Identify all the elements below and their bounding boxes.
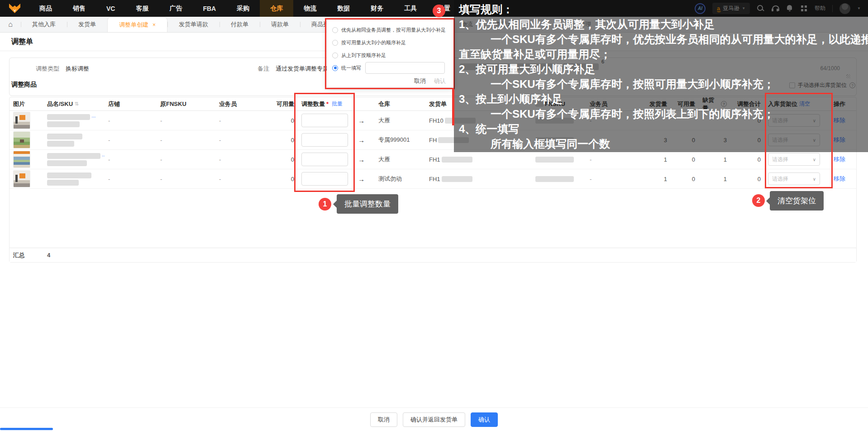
nav-item-财务[interactable]: 财务 [360,0,394,17]
image-cell [10,130,43,149]
arrow-cell: → [354,130,375,149]
horizontal-scrollbar-thumb[interactable] [0,428,53,430]
more-dots[interactable]: ⋯ [91,115,96,120]
agent2-cell-value: - [590,176,591,182]
agent2-cell: - [586,150,630,169]
nav-item-数据[interactable]: 数据 [327,0,360,17]
rule-line: 一个SKU有多个专属库存时，按照列表上到下的顺序补充； [459,106,868,121]
arrow-cell: → [354,111,375,130]
redacted-blob [47,172,91,178]
nav-item-VC[interactable]: VC [96,0,125,17]
rule-line: 2、按可用量大到小顺序补足 [459,62,868,77]
image-cell [10,150,43,169]
warehouse-cell-value: 大雁 [378,155,390,163]
agent-cell: - [215,130,270,149]
app-root: 商品销售VC客服广告FBA采购仓库物流数据财务工具设置 AI a 亚马逊 ▼ 帮… [0,0,868,431]
avail2-qty-cell: 0 [671,169,699,188]
tab-label: 付款单 [231,20,248,29]
warehouse-cell: 大雁 [375,111,425,130]
header-label: 发货单 [429,100,447,108]
warehouse-cell: 测试勿动 [375,169,425,188]
tab-付款单[interactable]: 付款单 [219,17,260,32]
redacted-blob [47,153,100,159]
sku-redacted-line [47,121,80,127]
tab-发货单请款[interactable]: 发货单请款 [167,17,219,32]
avail-qty-cell-value: 0 [291,137,294,144]
nav-item-仓库[interactable]: 仓库 [260,0,293,17]
shipment-prefix: FH1 [429,156,440,163]
redacted-blob [47,160,87,166]
rule-line: 一个SKU有多个专属库存时，按照可用量大到小顺序补充； [459,77,868,91]
orig-fnsku-cell: - [157,169,215,188]
header-label: 可用量 [277,100,294,108]
tooltip-clear-rack: 清空货架位 [770,191,824,211]
nav-item-客服[interactable]: 客服 [125,0,159,17]
warehouse-cell-value: 大雁 [378,116,390,125]
header-label: 仓库 [378,100,390,108]
shop-cell-value: - [108,176,110,182]
nav-item-工具[interactable]: 工具 [394,0,427,17]
shipment-cell: FH1 [425,169,532,188]
nav-item-采购[interactable]: 采购 [226,0,260,17]
nav-item-物流[interactable]: 物流 [293,0,327,17]
sku-cell: ⋯ [43,150,105,169]
arrow-right-icon: → [358,175,365,183]
table-row: ---0→测试勿动FH1-1010请选择∨移除 [10,169,856,189]
adjust-total-cell-value: 0 [758,176,761,182]
sort-icon[interactable]: ⇅ [75,101,79,107]
shipment-prefix: FH [429,137,437,144]
col-header-业务员: 业务员 [215,97,270,110]
rule-line: 所有输入框填写同一个数 [459,136,868,151]
agent2-cell: - [586,169,630,188]
confirm-return-button[interactable]: 确认并返回发货单 [403,412,465,427]
arrow-cell: → [354,150,375,169]
warehouse-cell: 大雁 [375,150,425,169]
shop-cell: - [105,130,157,149]
sku-redacted-line: ⋯ [47,153,105,159]
towels-photo [13,151,30,168]
agent-cell: - [215,111,270,130]
redacted-blob [442,176,472,182]
orig-fnsku-cell-value: - [160,176,162,182]
warehouse-cell: 专属999001 [375,130,425,149]
header-label: 店铺 [108,100,120,108]
agent-cell: - [215,169,270,188]
remove-link[interactable]: 移除 [834,175,845,183]
action-cell: 移除 [830,150,855,169]
nav-item-FBA[interactable]: FBA [192,0,226,17]
nav-item-商品[interactable]: 商品 [29,0,62,17]
ship-qty-cell: 1 [630,169,671,188]
tab-其他入库[interactable]: 其他入库 [21,17,67,32]
nav-item-广告[interactable]: 广告 [159,0,192,17]
rule-line: 4、统一填写 [459,121,868,136]
redacted-blob [47,134,82,139]
close-tab-icon[interactable]: × [153,22,156,28]
short-qty-cell-value: 1 [724,176,727,182]
home-icon[interactable]: ⌂ [0,17,21,32]
cancel-button[interactable]: 取消 [370,412,397,427]
table-summary-row: 汇总 4 [10,248,856,262]
adjust-type-label: 调整类型 [36,64,59,73]
tab-请款单[interactable]: 请款单 [260,17,300,32]
action-cell: 移除 [830,169,855,188]
short-qty-cell: 1 [699,150,730,169]
header-label: 原FNSKU [160,100,186,108]
col-header-店铺: 店铺 [105,97,157,110]
tab-label: 其他入库 [32,20,56,29]
rule-line: 3、按上到小顺序补足 [459,91,868,106]
arrow-right-icon: → [358,156,365,163]
fox-logo-icon[interactable] [0,0,29,17]
footer-action-bar: 取消 确认并返回发货单 确认 [0,407,868,431]
sku-redacted-line [47,134,82,139]
nav-item-销售[interactable]: 销售 [62,0,96,17]
tab-调整单创建[interactable]: 调整单创建× [107,17,167,32]
remark-value[interactable]: 通过发货单调整专属 [276,64,329,73]
remove-link[interactable]: 移除 [834,155,845,163]
tab-发货单[interactable]: 发货单 [67,17,107,32]
arrow-right-icon: → [358,117,365,125]
arrow-right-icon: → [358,136,365,144]
avail-qty-cell: 0 [270,169,298,188]
rule-line: 填写规则： [459,2,868,17]
confirm-button[interactable]: 确认 [471,412,498,427]
col-header-图片: 图片 [10,97,43,110]
